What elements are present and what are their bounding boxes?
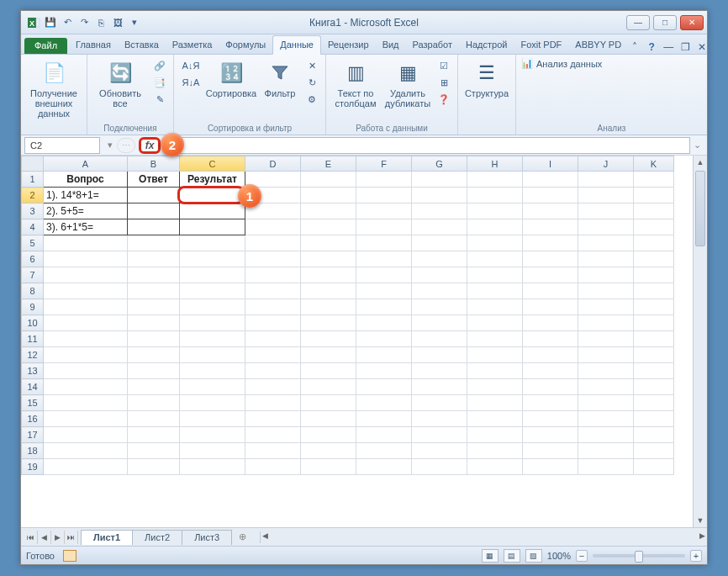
cell[interactable] bbox=[523, 283, 578, 299]
filter-button[interactable]: Фильтр bbox=[260, 58, 300, 100]
cell[interactable] bbox=[356, 379, 412, 395]
cell[interactable] bbox=[180, 443, 245, 459]
cell[interactable] bbox=[412, 427, 467, 443]
tab-данные[interactable]: Данные bbox=[272, 35, 321, 55]
next-sheet-icon[interactable]: ▶ bbox=[51, 531, 65, 544]
cell[interactable] bbox=[578, 395, 634, 411]
cell[interactable] bbox=[412, 299, 467, 315]
cell[interactable] bbox=[245, 363, 301, 379]
cell[interactable] bbox=[412, 251, 467, 267]
cell[interactable] bbox=[523, 411, 578, 427]
cell[interactable] bbox=[44, 347, 128, 363]
cell[interactable] bbox=[128, 299, 180, 315]
undo-icon[interactable]: ↶ bbox=[60, 15, 75, 30]
cell[interactable] bbox=[180, 459, 245, 475]
cell[interactable] bbox=[634, 427, 674, 443]
cell[interactable] bbox=[128, 427, 180, 443]
scroll-up-icon[interactable]: ▲ bbox=[694, 156, 707, 169]
cell[interactable] bbox=[245, 331, 301, 347]
cell[interactable] bbox=[578, 283, 634, 299]
tab-формулы[interactable]: Формулы bbox=[219, 36, 272, 54]
cell[interactable] bbox=[301, 395, 356, 411]
doc-restore-icon[interactable]: ❐ bbox=[678, 40, 692, 54]
cell[interactable] bbox=[412, 363, 467, 379]
cell[interactable] bbox=[578, 251, 634, 267]
cell[interactable] bbox=[245, 411, 301, 427]
cell[interactable] bbox=[467, 299, 523, 315]
cell[interactable] bbox=[634, 299, 674, 315]
cell[interactable] bbox=[523, 363, 578, 379]
text-to-columns-button[interactable]: ▥ Текст по столбцам bbox=[331, 58, 380, 110]
cell[interactable] bbox=[578, 235, 634, 251]
cell[interactable] bbox=[578, 427, 634, 443]
cell[interactable] bbox=[412, 203, 467, 219]
cell[interactable] bbox=[578, 363, 634, 379]
cell[interactable] bbox=[578, 411, 634, 427]
column-header[interactable]: C bbox=[180, 156, 245, 172]
connections-icon[interactable]: 🔗 bbox=[151, 58, 168, 73]
cell[interactable] bbox=[245, 267, 301, 283]
cell[interactable] bbox=[245, 315, 301, 331]
cell[interactable] bbox=[578, 267, 634, 283]
cell[interactable] bbox=[356, 172, 412, 188]
cell[interactable] bbox=[412, 219, 467, 235]
cell[interactable] bbox=[301, 203, 356, 219]
tab-рецензир[interactable]: Рецензир bbox=[321, 36, 376, 54]
cell[interactable]: Результат bbox=[180, 172, 245, 188]
doc-minimize-icon[interactable]: — bbox=[662, 40, 675, 54]
cell[interactable] bbox=[44, 379, 128, 395]
cell[interactable] bbox=[180, 379, 245, 395]
cell[interactable] bbox=[467, 363, 523, 379]
zoom-level[interactable]: 100% bbox=[547, 551, 571, 561]
cell[interactable] bbox=[523, 347, 578, 363]
cell[interactable] bbox=[301, 188, 356, 203]
cell[interactable] bbox=[128, 459, 180, 475]
cell[interactable] bbox=[44, 459, 128, 475]
cell[interactable] bbox=[578, 188, 634, 203]
cell[interactable] bbox=[578, 459, 634, 475]
cell[interactable] bbox=[467, 172, 523, 188]
column-header[interactable]: J bbox=[578, 156, 634, 172]
cell[interactable] bbox=[128, 203, 180, 219]
column-header[interactable]: E bbox=[301, 156, 356, 172]
tab-надстрой[interactable]: Надстрой bbox=[459, 36, 514, 54]
macro-record-icon[interactable] bbox=[63, 550, 76, 562]
cell[interactable] bbox=[245, 347, 301, 363]
cell[interactable]: Ответ bbox=[128, 172, 180, 188]
cell[interactable] bbox=[412, 283, 467, 299]
cell[interactable] bbox=[301, 219, 356, 235]
maximize-button[interactable]: □ bbox=[653, 15, 677, 30]
cell[interactable] bbox=[578, 203, 634, 219]
cell[interactable] bbox=[44, 283, 128, 299]
cell[interactable] bbox=[523, 315, 578, 331]
namebox-dropdown-icon[interactable]: ▾ bbox=[103, 140, 117, 151]
cell[interactable] bbox=[412, 411, 467, 427]
cell[interactable] bbox=[634, 203, 674, 219]
cell[interactable] bbox=[634, 251, 674, 267]
cell[interactable] bbox=[523, 427, 578, 443]
row-header[interactable]: 11 bbox=[22, 331, 44, 347]
normal-view-button[interactable]: ▦ bbox=[482, 549, 499, 563]
remove-duplicates-button[interactable]: ▦ Удалить дубликаты bbox=[383, 58, 432, 110]
scroll-right-icon[interactable]: ▶ bbox=[699, 531, 705, 540]
cell[interactable] bbox=[44, 299, 128, 315]
vertical-scrollbar[interactable]: ▲ ▼ bbox=[693, 156, 707, 527]
cell[interactable] bbox=[634, 379, 674, 395]
cell[interactable] bbox=[128, 267, 180, 283]
cell[interactable] bbox=[301, 347, 356, 363]
cell[interactable] bbox=[301, 283, 356, 299]
cell[interactable] bbox=[523, 299, 578, 315]
cell[interactable] bbox=[523, 172, 578, 188]
cell[interactable] bbox=[180, 299, 245, 315]
cell[interactable] bbox=[356, 411, 412, 427]
cell[interactable] bbox=[634, 283, 674, 299]
cell[interactable] bbox=[301, 411, 356, 427]
sort-asc-button[interactable]: А↓Я bbox=[179, 58, 203, 73]
scroll-down-icon[interactable]: ▼ bbox=[694, 514, 707, 527]
tab-file[interactable]: Файл bbox=[24, 38, 67, 54]
cell[interactable] bbox=[356, 331, 412, 347]
cell[interactable] bbox=[467, 427, 523, 443]
cell[interactable] bbox=[634, 411, 674, 427]
tab-вид[interactable]: Вид bbox=[376, 36, 406, 54]
cell[interactable] bbox=[356, 219, 412, 235]
